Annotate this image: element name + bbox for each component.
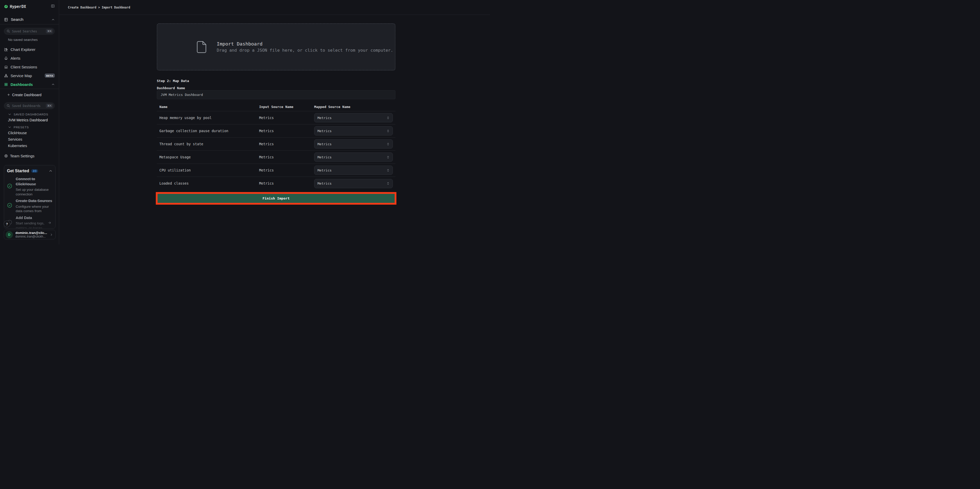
presets-list: ClickHouse Services Kubernetes — [0, 130, 59, 149]
saved-dashboards-list: JVM Metrics Dashboard — [0, 117, 59, 123]
topbar: Create Dashboard > Import Dashboard — [59, 0, 490, 15]
finish-import-button[interactable]: Finish Import — [157, 193, 395, 204]
chevron-up-icon[interactable] — [51, 18, 55, 21]
sidebar-item-services[interactable]: Services — [0, 136, 59, 142]
saved-dashboards-input[interactable] — [12, 104, 46, 108]
gear-icon — [4, 154, 8, 158]
get-started-item-desc: Start sending logs, metrics, or traces — [16, 221, 52, 229]
dropzone-subtitle: Drag and drop a JSON file here, or click… — [217, 48, 393, 53]
cell-name: Loaded classes — [157, 181, 256, 186]
user-name: dominic.tran@clic... — [16, 231, 49, 235]
get-started-item-title: Create Data Sources — [16, 199, 52, 204]
sidebar-nav: Chart Explorer Alerts Client Sessions — [0, 45, 59, 89]
sidebar: HyperDX Search ⌘K No saved searches — [0, 0, 59, 244]
breadcrumb: Create Dashboard > Import Dashboard — [68, 6, 130, 9]
mapped-source-select[interactable]: Metrics — [314, 139, 393, 148]
sidebar-item-chart-explorer[interactable]: Chart Explorer — [0, 45, 59, 54]
sidebar-item-kubernetes[interactable]: Kubernetes — [0, 142, 59, 149]
select-value: Metrics — [318, 129, 332, 134]
sitemap-icon — [4, 74, 8, 78]
search-icon — [7, 104, 10, 107]
mapped-source-select[interactable]: Metrics — [314, 179, 393, 188]
section-header-label: PRESETS — [14, 126, 29, 129]
selector-icon — [386, 182, 390, 185]
help-button[interactable]: ? — [3, 221, 10, 227]
get-started-item-add-data[interactable]: Add Data Start sending logs, metrics, or… — [7, 215, 52, 229]
table-row: Metaspace Usage Metrics Metrics — [157, 151, 395, 164]
sidebar-item-dashboards[interactable]: Dashboards — [0, 80, 59, 89]
column-header-input-source: Input Source Name — [256, 104, 314, 111]
beta-badge: BETA — [45, 73, 55, 78]
finish-import-wrapper: Finish Import — [157, 193, 395, 204]
bell-icon — [4, 56, 8, 60]
chevron-up-icon[interactable] — [51, 83, 55, 86]
cell-input-source: Metrics — [256, 115, 314, 120]
saved-searches-input[interactable] — [12, 30, 46, 33]
team-settings-label: Team Settings — [10, 154, 35, 158]
import-dropzone[interactable]: Import Dashboard Drag and drop a JSON fi… — [157, 23, 395, 70]
table-row: CPU utilization Metrics Metrics — [157, 164, 395, 177]
sidebar-item-client-sessions[interactable]: Client Sessions — [0, 62, 59, 71]
selector-icon — [386, 142, 390, 146]
shortcut-kbd: ⌘K — [46, 104, 53, 108]
sidebar-item-label: Dashboards — [11, 82, 33, 87]
saved-dashboards-section-header[interactable]: SAVED DASHBOARDS — [8, 113, 55, 116]
progress-badge: 2/3 — [31, 169, 38, 173]
get-started-header[interactable]: Get Started 2/3 — [7, 169, 52, 173]
mapped-source-select[interactable]: Metrics — [314, 126, 393, 135]
sidebar-item-alerts[interactable]: Alerts — [0, 54, 59, 62]
sidebar-item-label: Client Sessions — [11, 65, 37, 69]
section-header-label: SAVED DASHBOARDS — [14, 113, 48, 116]
plus-icon — [7, 93, 10, 96]
select-value: Metrics — [318, 142, 332, 147]
dashboards-grid-icon — [4, 83, 8, 86]
sidebar-item-search[interactable]: Search — [0, 15, 59, 24]
get-started-card: Get Started 2/3 Connect to ClickHouse Se… — [4, 165, 56, 229]
select-value: Metrics — [318, 181, 332, 186]
sidebar-item-label: Alerts — [11, 56, 20, 61]
selector-icon — [386, 129, 390, 133]
dashboard-name-input[interactable] — [157, 90, 395, 99]
table-body: Heap memory usage by pool Metrics Metric… — [157, 111, 395, 190]
cell-name: Metaspace Usage — [157, 155, 256, 160]
sidebar-item-jvm-metrics-dashboard[interactable]: JVM Metrics Dashboard — [0, 117, 59, 123]
dropzone-title: Import Dashboard — [217, 41, 393, 47]
cell-name: Thread count by state — [157, 142, 256, 147]
selector-icon — [386, 169, 390, 172]
search-section-icon — [4, 18, 8, 22]
shortcut-kbd: ⌘K — [46, 29, 53, 33]
get-started-item-connect[interactable]: Connect to ClickHouse Set up your databa… — [7, 177, 52, 196]
cell-name: Heap memory usage by pool — [157, 115, 256, 120]
mapped-source-select[interactable]: Metrics — [314, 153, 393, 162]
cell-input-source: Metrics — [256, 129, 314, 134]
import-dashboard-content: Import Dashboard Drag and drop a JSON fi… — [157, 15, 395, 204]
mapped-source-select[interactable]: Metrics — [314, 166, 393, 175]
user-menu[interactable]: D dominic.tran@clic... dominic.tran@clic… — [4, 230, 56, 239]
saved-searches-searchbox[interactable]: ⌘K — [4, 28, 55, 35]
laptop-icon — [4, 65, 8, 69]
avatar-initial: D — [8, 233, 10, 237]
create-dashboard-button[interactable]: Create Dashboard — [0, 91, 59, 99]
sidebar-collapse-icon[interactable] — [51, 4, 55, 8]
sidebar-item-service-map[interactable]: Service Map BETA — [0, 71, 59, 80]
check-circle-icon — [7, 183, 12, 189]
hyperdx-logo-icon — [4, 4, 8, 8]
chevron-up-icon[interactable] — [49, 169, 52, 173]
saved-dashboards-searchbox[interactable]: ⌘K — [4, 102, 55, 109]
get-started-item-title: Connect to ClickHouse — [16, 177, 52, 186]
column-header-name: Name — [157, 104, 256, 111]
cell-input-source: Metrics — [256, 155, 314, 160]
selector-icon — [386, 155, 390, 159]
cell-input-source: Metrics — [256, 181, 314, 186]
chevron-down-icon — [8, 126, 11, 129]
presets-section-header[interactable]: PRESETS — [8, 126, 55, 129]
get-started-item-sources[interactable]: Create Data Sources Configure where your… — [7, 199, 52, 213]
mapped-source-select[interactable]: Metrics — [314, 113, 393, 123]
sidebar-item-clickhouse[interactable]: ClickHouse — [0, 130, 59, 136]
cell-name: CPU utilization — [157, 168, 256, 173]
help-label: ? — [6, 222, 8, 226]
sidebar-item-team-settings[interactable]: Team Settings — [0, 151, 59, 160]
table-header-row: Name Input Source Name Mapped Source Nam… — [157, 104, 395, 111]
app-title: HyperDX — [10, 4, 26, 9]
user-email: dominic.tran@clickh... — [16, 235, 49, 238]
